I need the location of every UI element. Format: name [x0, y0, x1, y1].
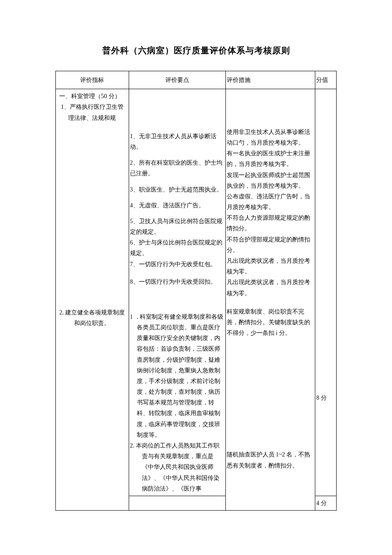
- empty-cell: [315, 89, 337, 125]
- section2-score2: 4 分: [315, 496, 337, 510]
- section1-point: 1、无非卫生技术人员从事诊断活动。: [130, 131, 225, 152]
- list-number: 1: [130, 311, 137, 440]
- header-indicator: 评价指标: [56, 71, 129, 89]
- header-points: 评价要点: [129, 71, 225, 89]
- section1-heading-row: 一、科室管理（50 分） 1、严格执行医疗卫生管理法律、法规和规: [56, 89, 337, 125]
- page-title: 普外科（六病室）医疗质量评价体系与考核原则: [55, 43, 337, 58]
- empty-cell: [56, 125, 129, 300]
- section1-measure: 凡出现此类状况者，当月质控考核为零。: [227, 277, 314, 298]
- section1-heading-cell: 一、科室管理（50 分） 1、严格执行医疗卫生管理法律、法规和规: [56, 89, 129, 125]
- section1-point: 3、职业医生、护士无超范围执业。: [130, 184, 225, 195]
- section2-point2: 2. 本岗位的工作人员熟知其工作职责与有关规章制度，重点是《中华人民共和国执业医…: [130, 440, 225, 494]
- section1-points-cell: 1、无非卫生技术人员从事诊断活动。 2、所有在科室职业的医生、护士均已注册。 3…: [129, 125, 225, 300]
- section2-score1: 8 分: [315, 300, 337, 496]
- section2-points-cell: 1 . 科室制定有健全规章制度和各级各类员工岗位职责。重点是医疗质量和医疗安全的…: [129, 300, 225, 496]
- section2-heading-cell: 2. 建立健全各项规章制度和岗位职责。: [56, 300, 129, 496]
- section2-heading: 2. 建立健全各项规章制度和岗位职责。: [57, 307, 128, 328]
- section1-measure: 发现一起执业医师或护士超范围执业的，当月质控考核为零。: [227, 170, 314, 191]
- section1-point: 8、一切医疗行为中无收受回扣。: [130, 276, 225, 287]
- empty-cell: [129, 89, 225, 125]
- header-measures: 评价措施: [225, 71, 315, 89]
- empty-cell: [56, 496, 129, 510]
- section1-point: 2、所有在科室职业的医生、护士均已注册。: [130, 157, 225, 179]
- section1-sub1: 1、严格执行医疗卫生管理法律、法规和规: [57, 102, 128, 123]
- section2-measure1: 科室规章制度、岗位职责不完善，酌情扣分。关键制度缺失的不得分，少一条扣 i 分。: [227, 306, 314, 339]
- section1-point: 7、一切医疗行为中无收受红包。: [130, 259, 225, 270]
- section1-measure: 公布虚假、违法医疗广告时，当月质控考核为零。: [227, 191, 314, 212]
- empty-cell: [129, 496, 225, 510]
- empty-cell: [225, 89, 315, 125]
- section1-content-row: 1、无非卫生技术人员从事诊断活动。 2、所有在科室职业的医生、护士均已注册。 3…: [56, 125, 337, 300]
- section1-measures-cell: 使用非卫生技术人员从事诊断活动口勺，当月质控考核为零。 有一名执业的医生或护士未…: [225, 125, 315, 300]
- header-score: 分值: [315, 71, 337, 89]
- section2-measures-cell: 科室规章制度、岗位职责不完善，酌情扣分。关键制度缺失的不得分，少一条扣 i 分。…: [225, 300, 315, 511]
- assessment-table: 评价指标 评价要点 评价措施 分值 一、科室管理（50 分） 1、严格执行医疗卫…: [55, 71, 337, 511]
- section2-point1: . 科室制定有健全规章制度和各级各类员工岗位职责。重点是医疗质量和医疗安全的关键…: [137, 311, 225, 440]
- section1-measure: 不符合人力资源部规定规定的酌情扣分。: [227, 212, 314, 234]
- section1-measure: 凡出现此类状况者，当月质控考核为零。: [227, 256, 314, 277]
- section2-row: 2. 建立健全各项规章制度和岗位职责。 1 . 科室制定有健全规章制度和各级各类…: [56, 300, 337, 496]
- table-header-row: 评价指标 评价要点 评价措施 分值: [56, 71, 337, 89]
- section1-heading: 一、科室管理（50 分）: [57, 91, 128, 102]
- section1-point: 4、无虚假、违法医疗广告。: [130, 200, 225, 211]
- section1-point: 5、卫技人员与床位比例符合医院规定的规定。: [130, 216, 225, 237]
- section1-point: 6、护士与床位比例符合医院规定的规定。: [130, 237, 225, 259]
- empty-cell: [315, 125, 337, 300]
- section1-measure: 有一名执业的医生或护士未注册的，当月质控考核为零。: [227, 148, 314, 169]
- section1-measure: 使用非卫生技术人员从事诊断活动口勺，当月质控考核为零。: [227, 127, 314, 148]
- section1-measure: 不符合护理部规定规定的酌情扣分。: [227, 234, 314, 256]
- section2-measure2: 随机抽查医护人员 1~2 名，不熟悉有关制度者，酌情扣分。: [227, 449, 314, 471]
